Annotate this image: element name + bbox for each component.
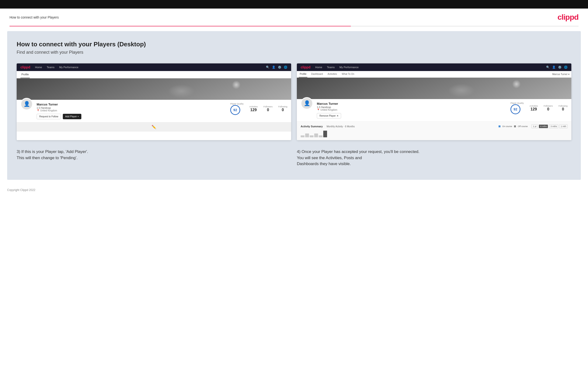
screenshots-row: clippd Home Teams My Performance 🔍 👤 ⚙️ … [17,63,571,140]
request-follow-button[interactable]: Request to Follow [37,114,61,119]
close-icon: ✕ [337,115,338,117]
bar-5 [319,135,322,137]
left-profile-actions: Request to Follow Add Player + [37,114,226,119]
right-quality-circle: 92 [510,104,520,114]
right-avatar: 👤 [301,97,313,109]
right-profile-section: 👤 Marcus Turner 1-5 Handicap 📍 United Ki… [297,99,571,121]
pencil-icon: ✏️ [152,125,156,129]
activity-summary: Activity Summary Monthly Activity · 6 Mo… [297,121,571,140]
section-subtitle: Find and connect with your Players [17,50,571,55]
left-quality-circle: 92 [230,105,240,115]
tab-dashboard-right[interactable]: Dashboard [310,71,324,77]
right-app-tabs: Profile Dashboard Activities What To On … [297,71,571,78]
section-title: How to connect with your Players (Deskto… [17,41,571,48]
right-app-logo: clippd [301,65,311,69]
left-banner-bg [17,78,291,100]
settings-icon[interactable]: ⚙️ [278,66,281,69]
right-profile-location: 📍 United Kingdom [317,108,507,111]
right-nav-home[interactable]: Home [315,66,322,69]
right-screenshot-panel: clippd Home Teams My Performance 🔍 👤 ⚙️ … [297,63,571,140]
caption-right-text: 4) Once your Player has accepted your re… [297,149,571,167]
left-stat-quality: Player Quality 92 [230,103,243,115]
left-avatar: 👤 [20,98,33,110]
right-nav-teams[interactable]: Teams [327,66,335,69]
bar-3 [310,135,313,137]
left-avatar-icon: 👤 [24,101,30,107]
right-location-pin-icon: 📍 [317,108,320,111]
time-filters: 1 yr 6 mths 3 mths 1 mth [531,125,568,128]
add-player-button[interactable]: Add Player + [63,114,81,119]
right-stat-activities: Activities 129 [529,105,538,111]
activity-bars [301,130,568,137]
clippd-logo: clippd [558,13,579,22]
right-profile-info: Marcus Turner 1-5 Handicap 📍 United King… [317,102,507,118]
bar-6 [323,131,327,137]
tab-activities-right[interactable]: Activities [327,71,338,77]
remove-player-button[interactable]: Remove Player ✕ [317,113,341,118]
filter-1yr[interactable]: 1 yr [531,125,538,128]
left-app-navbar: clippd Home Teams My Performance 🔍 👤 ⚙️ … [17,63,291,71]
right-profile-actions: Remove Player ✕ [317,113,507,118]
left-app-logo: clippd [20,65,30,69]
main-content: How to connect with your Players (Deskto… [7,31,581,180]
left-stat-followers: Followers 0 [263,106,273,112]
tab-profile-left[interactable]: Profile [20,71,30,78]
right-search-icon[interactable]: 🔍 [546,66,550,69]
right-app-navbar: clippd Home Teams My Performance 🔍 👤 ⚙️ … [297,63,571,71]
left-screenshot-panel: clippd Home Teams My Performance 🔍 👤 ⚙️ … [17,63,291,140]
right-settings-icon[interactable]: ⚙️ [558,66,562,69]
caption-left-text: 3) If this is your Player tap, 'Add Play… [17,149,291,161]
breadcrumb: How to connect with your Players [9,16,59,19]
globe-icon[interactable]: 🌐 [284,66,287,69]
left-profile-handicap: 1-5 Handicap [37,107,226,109]
filter-3mths[interactable]: 3 mths [549,125,558,128]
left-nav-home[interactable]: Home [35,66,42,69]
left-nav-right: 🔍 👤 ⚙️ 🌐 [266,66,287,69]
activity-legend: On course Off course [499,125,528,128]
page-footer: Copyright Clippd 2022 [0,184,588,195]
profile-icon[interactable]: 👤 [272,66,276,69]
left-profile-name: Marcus Turner [37,103,226,106]
right-profile-stats: Player Quality 92 Activities 129 Followe… [510,102,568,114]
right-profile-icon[interactable]: 👤 [552,66,556,69]
right-profile-handicap: 1-5 Handicap [317,106,507,108]
header-divider [9,26,579,26]
left-stat-following: Following 0 [278,106,287,112]
top-bar [0,0,588,8]
page-header: How to connect with your Players clippd [0,8,588,26]
bar-1 [301,135,304,137]
location-pin-icon: 📍 [37,109,40,112]
filter-1mth[interactable]: 1 mth [559,125,568,128]
left-profile-stats: Player Quality 92 Activities 129 Followe… [230,103,287,115]
oncourse-legend-label: On course [502,125,512,128]
search-icon[interactable]: 🔍 [266,66,269,69]
offcourse-legend-label: Off course [518,125,527,128]
activity-header: Activity Summary Monthly Activity · 6 Mo… [301,125,568,128]
filter-6mths[interactable]: 6 mths [539,125,548,128]
tab-whattoon-right[interactable]: What To On [341,71,355,77]
right-stat-quality: Player Quality 92 [510,102,524,114]
caption-left-block: 3) If this is your Player tap, 'Add Play… [17,148,291,168]
right-nav-right: 🔍 👤 ⚙️ 🌐 [546,66,568,69]
activity-title: Activity Summary [301,125,323,128]
left-nav-performance[interactable]: My Performance [59,66,78,69]
right-banner [297,78,571,99]
right-stat-following: Following 0 [559,105,568,111]
tab-profile-right[interactable]: Profile [299,71,307,77]
player-dropdown[interactable]: Marcus Turner ▾ [552,73,570,75]
captions-row: 3) If this is your Player tap, 'Add Play… [17,148,571,168]
offcourse-legend-dot [514,125,516,127]
right-globe-icon[interactable]: 🌐 [564,66,568,69]
right-nav-performance[interactable]: My Performance [339,66,359,69]
caption-right-block: 4) Once your Player has accepted your re… [297,148,571,168]
bar-2 [305,133,309,137]
right-profile-name: Marcus Turner [317,102,507,106]
left-nav-teams[interactable]: Teams [47,66,54,69]
bar-4 [314,133,318,137]
left-profile-section: 👤 Marcus Turner 1-5 Handicap 📍 United Ki… [17,100,291,122]
left-profile-info: Marcus Turner 1-5 Handicap 📍 United King… [37,103,226,119]
left-app-tabs: Profile [17,71,291,78]
right-avatar-icon: 👤 [304,100,310,106]
left-profile-location: 📍 United Kingdom [37,109,226,112]
left-banner [17,78,291,100]
